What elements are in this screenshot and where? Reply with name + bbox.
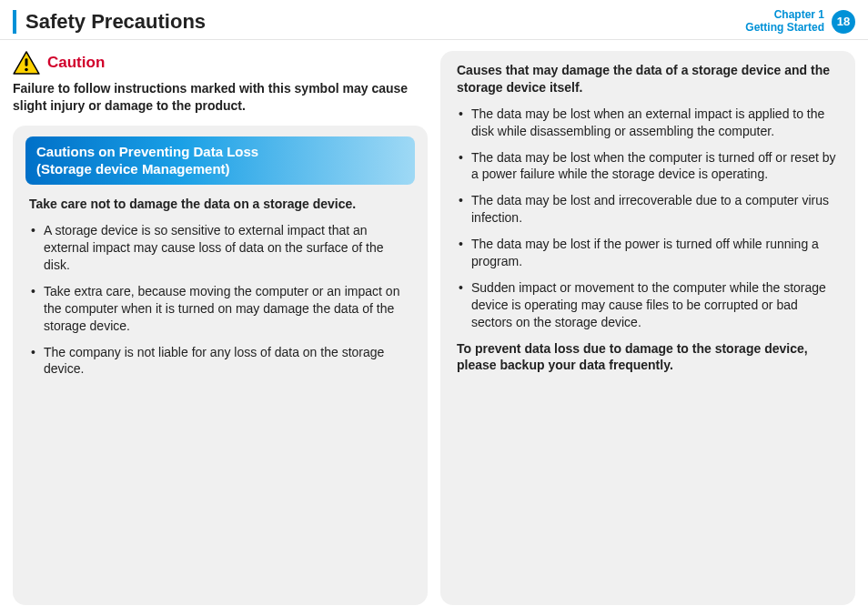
svg-point-2	[25, 68, 28, 72]
subsection-heading-line2: (Storage device Management)	[36, 161, 404, 178]
page-body: Caution Failure to follow instructions m…	[0, 40, 868, 616]
page-title: Safety Precautions	[25, 10, 745, 34]
warning-triangle-icon	[13, 51, 40, 75]
chapter-number: Chapter 1	[745, 9, 824, 21]
list-item: Take extra care, because moving the comp…	[29, 283, 411, 335]
chapter-block: Chapter 1 Getting Started	[745, 9, 824, 33]
page-header: Safety Precautions Chapter 1 Getting Sta…	[0, 0, 868, 40]
right-panel: Causes that may damage the data of a sto…	[440, 51, 855, 605]
right-strong-top: Causes that may damage the data of a sto…	[457, 62, 839, 96]
list-item: The data may be lost when the computer i…	[457, 149, 839, 184]
left-column: Caution Failure to follow instructions m…	[13, 51, 428, 605]
list-item: Sudden impact or movement to the compute…	[457, 279, 839, 331]
right-strong-bottom: To prevent data loss due to damage to th…	[457, 340, 839, 375]
list-item: The data may be lost when an external im…	[457, 106, 839, 140]
svg-rect-1	[25, 58, 28, 66]
list-item: The data may be lost and irrecoverable d…	[457, 192, 839, 227]
right-column: Causes that may damage the data of a sto…	[440, 51, 855, 605]
subsection-heading: Cautions on Preventing Data Loss (Storag…	[25, 136, 415, 186]
right-bullet-list: The data may be lost when an external im…	[453, 106, 843, 331]
left-bullet-list: A storage device is so sensitive to exte…	[25, 222, 415, 378]
left-panel: Cautions on Preventing Data Loss (Storag…	[13, 126, 428, 605]
list-item: A storage device is so sensitive to exte…	[29, 222, 411, 274]
list-item: The company is not liable for any loss o…	[29, 344, 411, 379]
chapter-name: Getting Started	[745, 22, 824, 34]
left-strong-line: Take care not to damage the data on a st…	[29, 196, 411, 213]
caution-heading: Caution	[13, 51, 428, 75]
caution-description: Failure to follow instructions marked wi…	[13, 80, 428, 115]
caution-label: Caution	[47, 54, 105, 72]
list-item: The data may be lost if the power is tur…	[457, 236, 839, 270]
page-number: 18	[837, 15, 850, 28]
subsection-heading-line1: Cautions on Preventing Data Loss	[36, 144, 404, 161]
page-number-badge: 18	[832, 10, 855, 34]
header-accent	[13, 10, 16, 34]
